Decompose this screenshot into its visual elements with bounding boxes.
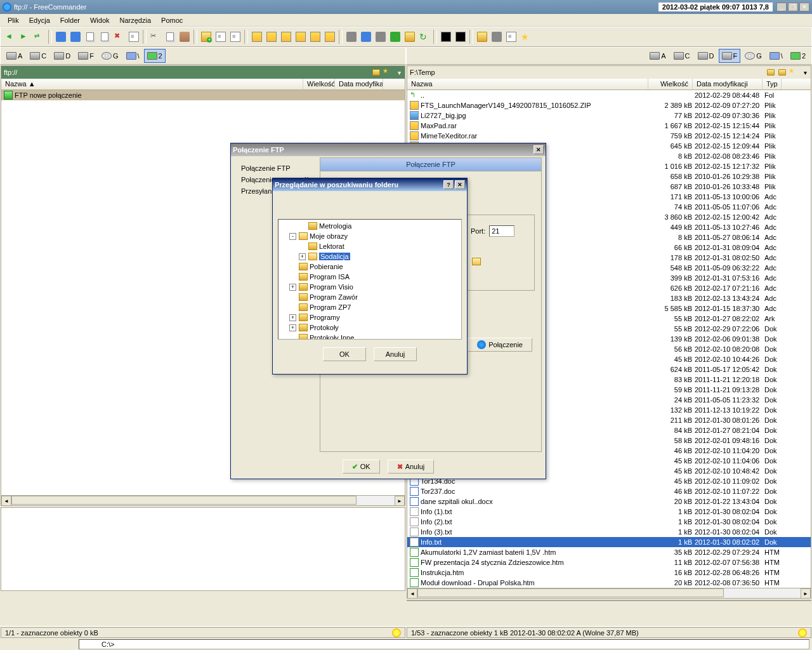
drive-D[interactable]: D — [51, 49, 74, 63]
cut-button[interactable] — [148, 30, 162, 44]
column-header[interactable]: Data modyfikacji — [335, 79, 383, 90]
drive-F[interactable]: F — [719, 49, 741, 63]
command-input[interactable] — [79, 639, 809, 649]
drive-2[interactable]: 2 — [144, 49, 166, 63]
file-row[interactable]: Info (2).txt1 kB2012-01-30 08:02:04Dok — [407, 517, 811, 527]
clipboard-copy-button[interactable] — [163, 30, 177, 44]
ftp-cancel-button[interactable]: Anuluj — [388, 460, 435, 474]
folder-icon[interactable] — [765, 67, 776, 78]
tree-expand-icon[interactable]: + — [299, 253, 306, 260]
file-row[interactable]: FTP nowe połączenie — [1, 90, 405, 100]
nav-sync-button[interactable] — [32, 30, 46, 44]
ftp-nav-item[interactable]: Połączenie FTP — [237, 162, 320, 174]
drive-F[interactable]: F — [75, 49, 97, 63]
zip-s-button[interactable] — [308, 30, 322, 44]
folder2-icon[interactable] — [776, 67, 788, 78]
tree-node[interactable]: Lektorat — [280, 241, 460, 251]
favorites-star-button[interactable] — [519, 30, 533, 44]
ftp-ok-button[interactable]: OK — [343, 460, 380, 474]
drive-A[interactable]: A — [646, 49, 669, 63]
rename-button[interactable] — [127, 30, 141, 44]
drive-C[interactable]: C — [671, 49, 693, 63]
select-button[interactable] — [344, 30, 358, 44]
drive-A[interactable]: A — [3, 49, 25, 63]
compress-button[interactable] — [250, 30, 264, 44]
file-row[interactable]: FW prezentacja 24 stycznia Zdzieszowice.… — [407, 557, 811, 567]
tree-node[interactable]: Program ISA — [280, 272, 460, 282]
view-button[interactable] — [54, 30, 68, 44]
cmd-button[interactable] — [439, 30, 453, 44]
column-header[interactable]: Nazwa ▲ — [1, 79, 303, 90]
dos-button[interactable] — [454, 30, 468, 44]
history-icon[interactable]: ▾ — [799, 67, 811, 78]
tree-node[interactable]: +Sodalicja — [280, 251, 460, 262]
tree-expand-icon[interactable]: + — [289, 284, 296, 291]
file-row[interactable]: MaxPad.rar1 667 kB2012-02-15 12:15:44Pli… — [407, 121, 811, 131]
compare-button[interactable] — [388, 30, 402, 44]
left-pathbar[interactable]: ▾ — [1, 66, 405, 79]
tree-expand-icon[interactable]: + — [289, 314, 296, 321]
drive-C[interactable]: C — [27, 49, 49, 63]
close-button[interactable]: ✕ — [799, 3, 809, 11]
file-row[interactable]: dane szpitali okul..docx20 kB2012-01-22 … — [407, 496, 811, 507]
zip-btn-6[interactable] — [323, 30, 337, 44]
tree-node[interactable]: +Protokoły — [280, 322, 460, 333]
drive-D[interactable]: D — [695, 49, 717, 63]
history-icon[interactable]: ▾ — [393, 67, 405, 78]
column-header[interactable]: Nazwa — [407, 79, 648, 90]
file-row[interactable]: Tor237.doc46 kB2012-02-10 11:07:22Dok — [407, 486, 811, 496]
tree-node[interactable]: Metrologia — [280, 221, 460, 231]
file-row[interactable]: Moduł download - Drupal Polska.htm20 kB2… — [407, 578, 811, 588]
nav-back-button[interactable] — [3, 30, 17, 44]
menu-plik[interactable]: Plik — [3, 15, 24, 25]
file-row[interactable]: Li2727_big.jpg77 kB2012-02-09 07:30:36Pl… — [407, 110, 811, 121]
new-file-button[interactable] — [214, 30, 228, 44]
star-icon[interactable] — [788, 67, 799, 78]
menu-narzędzia[interactable]: Narzędzia — [115, 15, 157, 25]
file-row[interactable]: Akumulatorki 1,2V zamiast baterii 1,5V .… — [407, 547, 811, 557]
tree-expand-icon[interactable]: - — [289, 233, 296, 240]
column-header[interactable]: Wielkość — [648, 79, 693, 90]
file-row[interactable]: Instrukcja.htm16 kB2012-02-28 06:48:26HT… — [407, 567, 811, 578]
browse-help-button[interactable]: ? — [443, 180, 454, 189]
delete-button[interactable] — [112, 30, 126, 44]
nav-forward-button[interactable] — [18, 30, 32, 44]
left-scrollbar[interactable]: ◄► — [1, 495, 405, 505]
layout-button[interactable] — [359, 30, 373, 44]
file-row[interactable]: FTS_LaunchManagerV149_1492007815_1016052… — [407, 100, 811, 110]
drive-\[interactable]: \ — [766, 49, 786, 63]
fav-button[interactable] — [475, 30, 489, 44]
ftp-dialog-title[interactable]: Połączenie FTP ✕ — [231, 143, 546, 156]
tree-node[interactable]: Program ZP7 — [280, 302, 460, 312]
move-button[interactable] — [98, 30, 112, 44]
menu-folder[interactable]: Folder — [55, 15, 85, 25]
ftp-close-button[interactable]: ✕ — [534, 145, 544, 154]
zip-kb-button[interactable] — [294, 30, 308, 44]
paste-button[interactable] — [178, 30, 192, 44]
folder-icon[interactable] — [370, 67, 382, 78]
new-folder-button[interactable] — [199, 30, 213, 44]
tree-node[interactable]: Protokoły Inne — [280, 333, 460, 340]
star-icon[interactable] — [382, 67, 393, 78]
menu-pomoc[interactable]: Pomoc — [156, 15, 188, 25]
file-row[interactable]: Info (3).txt1 kB2012-01-30 08:02:04Dok — [407, 527, 811, 537]
tree-node[interactable]: +Program Visio — [280, 282, 460, 292]
tree-node[interactable]: -Moje obrazy — [280, 231, 460, 241]
ftp-connect-button[interactable]: Połączenie — [468, 338, 532, 352]
browse-folder-button[interactable] — [471, 256, 482, 267]
file-row[interactable]: MimeTeXeditor.rar759 kB2012-02-15 12:14:… — [407, 131, 811, 141]
drive-G[interactable]: G — [742, 49, 765, 63]
column-header[interactable]: Wielkość — [303, 79, 335, 90]
tree-node[interactable]: Program Zawór — [280, 292, 460, 302]
history-button[interactable] — [490, 30, 504, 44]
menu-widok[interactable]: Widok — [85, 15, 115, 25]
ftp-port-input[interactable] — [489, 225, 514, 237]
tree-node[interactable]: Pobieranie — [280, 262, 460, 272]
file-row[interactable]: Info.txt1 kB2012-01-30 08:02:02Dok — [407, 537, 811, 547]
refresh-button[interactable] — [417, 30, 431, 44]
left-path-input[interactable] — [1, 69, 370, 76]
right-path-input[interactable] — [407, 69, 765, 76]
zip-button[interactable] — [279, 30, 293, 44]
split-button[interactable] — [374, 30, 388, 44]
extract-button[interactable] — [265, 30, 278, 44]
